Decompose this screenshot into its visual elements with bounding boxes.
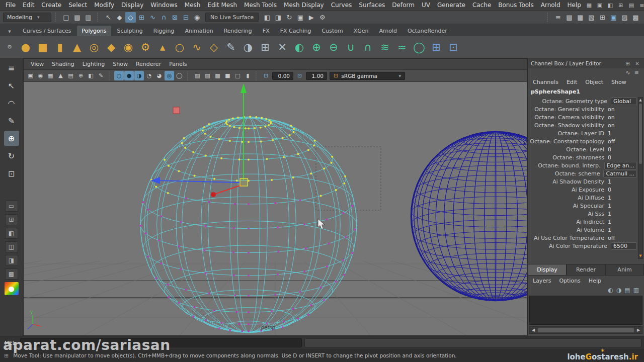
open-scene-icon[interactable]: ▤: [72, 12, 83, 23]
layout-icon[interactable]: ▤: [627, 1, 636, 9]
close-panel-icon[interactable]: ✕: [633, 61, 641, 66]
channel-row[interactable]: Ai Indirect 1: [529, 218, 637, 226]
channel-row[interactable]: Octane: Camera visibility on: [529, 113, 637, 121]
combine-icon[interactable]: ⊕: [308, 39, 325, 56]
select-tool-icon[interactable]: ↖: [4, 78, 19, 93]
channel-row[interactable]: Octane: Geometry type Global: [529, 97, 637, 105]
scroll-thumb[interactable]: [639, 104, 642, 164]
menu-item[interactable]: Deform: [388, 1, 418, 10]
make-live-icon[interactable]: ◉: [192, 12, 202, 23]
scroll-down-icon[interactable]: ▼: [639, 253, 641, 258]
poly-sphere-icon[interactable]: ●: [17, 39, 34, 56]
channel-row[interactable]: Octane: General visibility on: [529, 105, 637, 113]
menu-item[interactable]: Curves: [328, 1, 356, 10]
channel-value[interactable]: 1: [608, 227, 637, 233]
default-material-icon[interactable]: ■: [223, 71, 232, 80]
dock-panel-icon[interactable]: ⊞: [624, 61, 631, 66]
image-plane-icon[interactable]: ▤: [66, 71, 75, 80]
menu-item[interactable]: Help: [564, 1, 585, 10]
render-settings-icon[interactable]: ⚙: [317, 12, 328, 23]
poly-plane-icon[interactable]: ◆: [103, 39, 120, 56]
channel-value[interactable]: 1: [608, 130, 637, 137]
scroll-thumb[interactable]: [538, 328, 634, 332]
smooth-mesh-icon[interactable]: ≋: [376, 39, 393, 56]
menu-item[interactable]: Mesh Display: [280, 1, 328, 10]
motion-blur-icon[interactable]: ◯: [175, 71, 184, 80]
command-language-toggle[interactable]: MEL: [3, 340, 18, 346]
channel-value[interactable]: Edge an...: [604, 162, 637, 169]
channel-row[interactable]: Ai Volume 1: [529, 226, 637, 234]
target-weld-icon[interactable]: ⊡: [445, 39, 462, 56]
panel-menu-item[interactable]: Lighting: [78, 60, 109, 68]
locator-marker[interactable]: [173, 107, 180, 114]
multi-cut-icon[interactable]: ✕: [274, 39, 291, 56]
layer-list[interactable]: [529, 296, 642, 325]
use-all-lights-icon[interactable]: ◔: [144, 71, 154, 80]
layout-persp-outliner-icon[interactable]: ◧: [5, 228, 18, 239]
layer-playback-icon[interactable]: ◑: [616, 287, 621, 294]
gain-toggle-icon[interactable]: ⊡: [295, 71, 304, 80]
channel-row[interactable]: Ai Sss 1: [529, 210, 637, 218]
layout-persp-graph-icon[interactable]: ◨: [5, 255, 18, 266]
channel-box-menu-item[interactable]: Object: [581, 78, 607, 86]
attribute-editor-toggle-icon[interactable]: ▦: [575, 12, 586, 23]
mirror-geometry-icon[interactable]: ◐: [291, 39, 308, 56]
overscan-icon[interactable]: ◧: [86, 71, 96, 80]
scroll-left-icon[interactable]: ◀: [530, 328, 537, 332]
new-layer-from-selected-icon[interactable]: ▥: [633, 287, 639, 294]
menu-item[interactable]: Generate: [434, 1, 469, 10]
shelf-tab-menu-icon[interactable]: ▾: [2, 26, 17, 36]
channel-row[interactable]: Ai Shadow Density 1: [529, 177, 637, 186]
reduce-mesh-icon[interactable]: ≈: [393, 39, 411, 56]
channel-row[interactable]: Ai Diffuse 1: [529, 194, 637, 202]
channel-row[interactable]: Octane: Level 0: [529, 145, 637, 153]
modeling-toolkit-icon[interactable]: ▩: [630, 12, 641, 23]
shadows-icon[interactable]: ◕: [154, 71, 164, 80]
channel-row[interactable]: Ai Exposure 0: [529, 186, 637, 194]
channel-sliders-icon[interactable]: ∿: [626, 69, 630, 76]
shelf-tab[interactable]: Animation: [180, 26, 218, 36]
channel-row[interactable]: Ai Specular 1: [529, 202, 637, 210]
move-tool-icon[interactable]: ⊕: [4, 131, 19, 146]
snap-view-plane-icon[interactable]: ⊟: [181, 12, 191, 23]
poly-gear-icon[interactable]: ⚙: [137, 39, 154, 56]
shelf-tab[interactable]: Rendering: [219, 26, 257, 36]
shelf-tab[interactable]: FX: [258, 26, 275, 36]
select-object-icon[interactable]: ◆: [114, 12, 125, 23]
bookmarks-icon[interactable]: ▲: [56, 71, 65, 80]
select-camera-icon[interactable]: ▣: [26, 71, 35, 80]
channel-value[interactable]: 1: [608, 195, 637, 201]
menu-item[interactable]: Mesh: [181, 1, 204, 10]
poly-cube-icon[interactable]: ■: [34, 39, 51, 56]
channel-value[interactable]: 0: [608, 187, 637, 193]
render-view-icon[interactable]: ▣: [295, 12, 305, 23]
layer-editor-tab[interactable]: Anim: [605, 264, 644, 276]
shelf-tab[interactable]: Polygons: [77, 26, 112, 36]
layer-editor-tab[interactable]: Render: [567, 264, 605, 276]
channel-row[interactable]: Octane: Layer ID 1: [529, 129, 637, 137]
poly-pyramid-icon[interactable]: ▴: [154, 39, 171, 56]
split-pane-icon[interactable]: ◧: [606, 1, 615, 9]
layer-menu-item[interactable]: Options: [555, 277, 584, 285]
menu-item[interactable]: Display: [118, 1, 147, 10]
layout-single-pane-icon[interactable]: ▭: [5, 201, 18, 212]
channel-row[interactable]: Ai Use Color Temperature off: [529, 234, 637, 242]
boolean-union-icon[interactable]: ∪: [342, 39, 359, 56]
poly-pipe-icon[interactable]: ○: [171, 39, 188, 56]
channel-value[interactable]: 1: [608, 178, 637, 185]
view-transform-dropdown[interactable]: ⊡ sRGB gamma ▾: [330, 72, 405, 80]
ipr-render-icon[interactable]: ▶: [306, 12, 316, 23]
channel-box-menu-item[interactable]: Show: [607, 78, 630, 86]
channel-row[interactable]: Octane: bound. interp. Edge an...: [529, 161, 637, 169]
lasso-tool-icon[interactable]: ◠: [4, 96, 19, 111]
scroll-right-icon[interactable]: ▶: [635, 328, 642, 332]
2d-pan-zoom-icon[interactable]: ⊕: [76, 71, 86, 80]
menu-set-dropdown[interactable]: Modeling ▾: [3, 13, 51, 22]
scroll-up-icon[interactable]: ▲: [639, 98, 641, 103]
x-axis-handle[interactable]: [150, 177, 160, 184]
menu-item[interactable]: UV: [418, 1, 434, 10]
speed-ramp-icon[interactable]: ≋: [634, 69, 639, 76]
save-scene-icon[interactable]: ▥: [83, 12, 94, 23]
menu-item[interactable]: Bonus Tools: [495, 1, 537, 10]
channel-value[interactable]: off: [608, 138, 637, 145]
